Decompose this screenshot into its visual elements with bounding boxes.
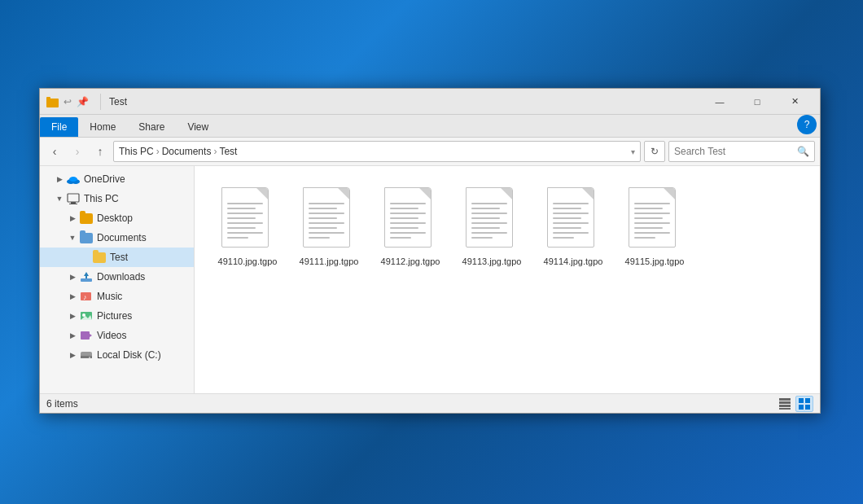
address-path[interactable]: This PC › Documents › Test ▾ — [113, 141, 641, 162]
files-grid: 49110.jpg.tgpo 491 — [203, 174, 812, 280]
svg-rect-9 — [81, 278, 92, 282]
expand-icon-pictures: ▶ — [66, 312, 79, 320]
svg-rect-24 — [779, 408, 791, 410]
svg-rect-8 — [69, 204, 77, 204]
maximize-button[interactable]: □ — [738, 89, 776, 115]
documents-label: Documents — [97, 232, 147, 243]
local-disk-label: Local Disk (C:) — [97, 349, 161, 361]
path-dropdown[interactable]: ▾ — [631, 147, 635, 156]
file-icon-4 — [466, 187, 518, 252]
local-disk-icon — [79, 348, 94, 362]
file-name-3: 49112.jpg.tgpo — [381, 256, 440, 267]
file-name-4: 49113.jpg.tgpo — [462, 256, 522, 267]
file-name-2: 49111.jpg.tgpo — [300, 256, 359, 267]
large-icons-view-button[interactable] — [795, 396, 813, 412]
window-controls: — □ ✕ — [701, 89, 813, 115]
sidebar-item-test[interactable]: Test — [40, 248, 194, 267]
expand-icon-onedrive: ▶ — [53, 175, 66, 183]
expand-icon-documents: ▼ — [66, 234, 79, 242]
search-icon[interactable]: 🔍 — [797, 146, 809, 157]
item-count: 6 items — [46, 398, 776, 410]
ribbon-tabs: File Home Share View ? — [40, 115, 820, 138]
svg-rect-23 — [779, 405, 791, 407]
details-view-button[interactable] — [776, 396, 794, 412]
large-icons-view-icon — [799, 398, 810, 410]
tab-share[interactable]: Share — [127, 117, 176, 137]
file-icon-6 — [629, 187, 681, 252]
refresh-button[interactable]: ↻ — [644, 141, 665, 162]
sidebar-item-desktop[interactable]: ▶ Desktop — [40, 208, 194, 228]
this-pc-icon — [66, 191, 81, 206]
svg-point-5 — [69, 177, 77, 182]
desktop-icon — [79, 211, 94, 226]
expand-icon-music: ▶ — [66, 292, 79, 300]
file-item[interactable]: 49115.jpg.tgpo — [618, 182, 691, 272]
svg-rect-22 — [779, 401, 791, 404]
up-button[interactable]: ↑ — [90, 142, 110, 161]
path-this-pc: This PC — [119, 146, 154, 157]
expand-icon-downloads: ▶ — [66, 273, 79, 281]
path-documents: Documents — [162, 146, 212, 157]
file-item[interactable]: 49111.jpg.tgpo — [292, 182, 366, 272]
expand-icon-local-disk: ▶ — [66, 351, 79, 359]
sidebar-item-local-disk[interactable]: ▶ Local Disk (C:) — [40, 345, 194, 365]
tab-home[interactable]: Home — [78, 117, 127, 137]
file-name-5: 49114.jpg.tgpo — [544, 256, 603, 267]
file-icon-2 — [303, 187, 355, 252]
folder-icon-small — [46, 95, 59, 108]
videos-icon — [79, 328, 94, 343]
sidebar-item-documents[interactable]: ▼ Documents — [40, 228, 194, 248]
sidebar-item-pictures[interactable]: ▶ Pictures — [40, 306, 194, 326]
title-bar-quick-access: ↩ 📌 — [46, 95, 89, 108]
expand-icon-videos: ▶ — [66, 331, 79, 340]
documents-icon — [79, 230, 94, 245]
content-area: 49110.jpg.tgpo 491 — [195, 166, 820, 393]
file-item[interactable]: 49110.jpg.tgpo — [211, 182, 284, 272]
details-view-icon — [779, 398, 791, 410]
file-item[interactable]: 49113.jpg.tgpo — [455, 182, 528, 272]
test-folder-icon — [92, 250, 107, 265]
pictures-icon — [79, 309, 94, 323]
svg-rect-6 — [68, 194, 79, 202]
svg-rect-2 — [46, 97, 50, 99]
tab-file[interactable]: File — [40, 117, 78, 137]
svg-text:♪: ♪ — [83, 293, 87, 301]
back-button[interactable]: ‹ — [45, 142, 64, 161]
file-item[interactable]: 49112.jpg.tgpo — [374, 182, 447, 272]
downloads-label: Downloads — [97, 271, 145, 283]
expand-icon-desktop: ▶ — [66, 214, 79, 222]
svg-rect-27 — [799, 405, 804, 410]
minimize-button[interactable]: — — [701, 89, 738, 115]
file-icon-5 — [547, 187, 599, 252]
onedrive-label: OneDrive — [84, 173, 125, 185]
onedrive-icon — [66, 172, 81, 186]
file-item[interactable]: 49114.jpg.tgpo — [537, 182, 610, 272]
search-box[interactable]: 🔍 — [668, 141, 815, 162]
sidebar-item-music[interactable]: ▶ ♪ Music — [40, 287, 194, 306]
main-area: ▶ OneDrive ▼ This PC ▶ Deskto — [40, 166, 820, 393]
svg-marker-10 — [84, 272, 89, 278]
svg-rect-21 — [779, 398, 791, 401]
pictures-label: Pictures — [97, 310, 132, 322]
help-button[interactable]: ? — [797, 115, 817, 134]
sidebar-item-downloads[interactable]: ▶ Downloads — [40, 267, 194, 287]
sidebar-item-videos[interactable]: ▶ Videos — [40, 326, 194, 345]
file-icon-1 — [221, 187, 274, 252]
videos-label: Videos — [97, 330, 126, 341]
sidebar-item-this-pc[interactable]: ▼ This PC — [40, 189, 194, 208]
svg-rect-28 — [805, 405, 810, 410]
search-input[interactable] — [674, 146, 797, 157]
undo-icon[interactable]: ↩ — [61, 95, 74, 108]
svg-point-20 — [89, 357, 90, 358]
forward-button[interactable]: › — [68, 142, 87, 161]
close-button[interactable]: ✕ — [776, 89, 813, 115]
window-title: Test — [109, 96, 701, 107]
svg-rect-16 — [81, 331, 90, 340]
tab-view[interactable]: View — [176, 117, 220, 137]
music-icon: ♪ — [79, 289, 94, 304]
file-name-1: 49110.jpg.tgpo — [218, 256, 278, 267]
pin-icon[interactable]: 📌 — [76, 95, 89, 108]
view-buttons — [776, 396, 813, 412]
desktop-label: Desktop — [97, 213, 133, 224]
sidebar-item-onedrive[interactable]: ▶ OneDrive — [40, 169, 194, 189]
